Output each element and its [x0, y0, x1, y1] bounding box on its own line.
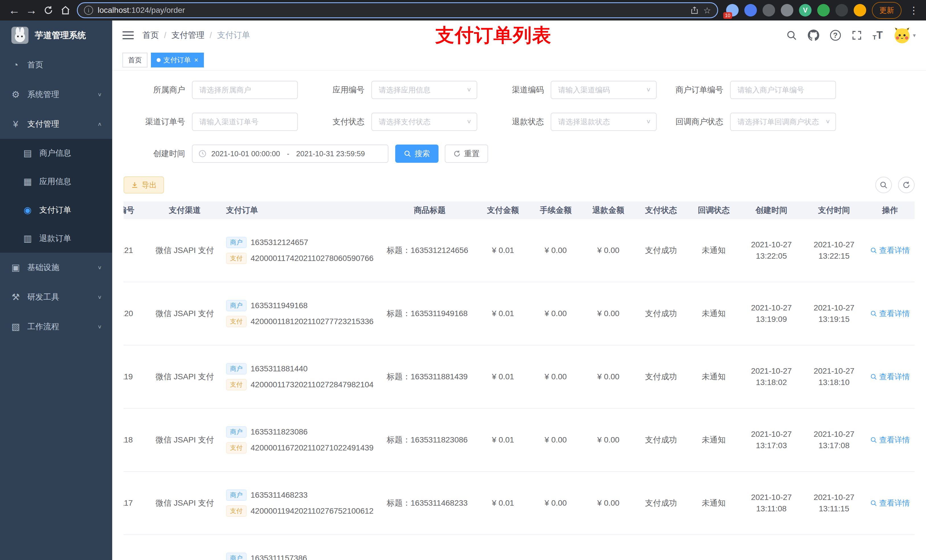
filter-label-notify-status: 回调商户状态 [662, 116, 730, 127]
app-id-select[interactable] [371, 81, 477, 99]
breadcrumb-home[interactable]: 首页 [142, 30, 159, 41]
chevron-down-icon: ∨ [97, 92, 102, 98]
table-header: 编号支付渠道支付订单商品标题支付金额手续金额退款金额支付状态回调状态创建时间支付… [124, 201, 915, 219]
export-button[interactable]: 导出 [124, 177, 164, 193]
gear-icon: ⚙ [10, 89, 21, 100]
browser-forward-button[interactable]: → [23, 2, 40, 19]
channel-code-select[interactable] [551, 81, 657, 99]
breadcrumb-section[interactable]: 支付管理 [171, 30, 204, 41]
extension-colorful-icon[interactable]: 10 [726, 4, 738, 17]
column-header: 回调状态 [687, 205, 740, 216]
search-icon[interactable] [786, 30, 797, 41]
browser-home-button[interactable] [57, 2, 74, 19]
extension-dark-pin-icon[interactable] [835, 4, 848, 17]
extension-green-square-icon[interactable] [817, 4, 830, 17]
app-logo[interactable]: 芋道管理系统 [0, 21, 112, 50]
cell-id: 117 [124, 498, 149, 508]
cell-pay-time: 2021-10-27 13:11:15 [803, 492, 865, 515]
sidebar-item-pay-order[interactable]: ◉ 支付订单 [0, 196, 112, 224]
extension-badge: 10 [723, 12, 732, 19]
create-time-range-picker[interactable]: 2021-10-01 00:00:00 - 2021-10-31 23:59:5… [192, 145, 388, 163]
cell-fee: ¥ 0.00 [530, 309, 582, 318]
download-icon [131, 181, 138, 189]
cell-title: 标题：1635311949168 [383, 308, 477, 319]
cell-create-time: 2021-10-27 13:22:05 [740, 239, 803, 262]
github-icon[interactable] [808, 30, 819, 41]
cell-status: 支付成功 [635, 245, 687, 256]
sidebar-item-workflow[interactable]: ▧ 工作流程 ∨ [0, 312, 112, 341]
view-detail-link[interactable]: 查看详情 [870, 245, 910, 255]
merchant-order-no-input[interactable] [730, 81, 836, 99]
cell-pay-time: 2021-10-27 13:22:15 [803, 239, 865, 262]
merchant-select[interactable] [192, 81, 298, 99]
sidebar-item-pay[interactable]: ¥ 支付管理 ∧ [0, 109, 112, 139]
font-size-icon[interactable]: TT [873, 29, 883, 41]
cell-notify-status: 未通知 [687, 245, 740, 256]
refresh-table-button[interactable] [898, 177, 915, 193]
cell-notify-status: 未通知 [687, 498, 740, 509]
merchant-tag: 商户 [226, 363, 247, 374]
hamburger-menu-icon[interactable] [123, 31, 134, 39]
magnifier-icon [870, 500, 877, 507]
browser-update-button[interactable]: 更新 [872, 2, 902, 19]
magnifier-icon [870, 436, 877, 443]
grid-icon: ▦ [22, 176, 33, 187]
tab-home[interactable]: 首页 [123, 53, 147, 68]
tab-pay-order[interactable]: 支付订单 × [151, 53, 204, 68]
sidebar-item-devtools[interactable]: ⚒ 研发工具 ∨ [0, 282, 112, 312]
browser-back-button[interactable]: ← [6, 2, 23, 19]
sidebar-item-home[interactable]: ◔ 首页 [0, 50, 112, 80]
filter-label-merchant: 所属商户 [124, 85, 192, 95]
column-header: 创建时间 [740, 205, 803, 216]
view-detail-link[interactable]: 查看详情 [870, 371, 910, 382]
refund-status-select[interactable] [551, 113, 657, 131]
table-row: 119 微信 JSAPI 支付 商户1635311881440 支付420000… [124, 346, 915, 409]
date-end: 2021-10-31 23:59:59 [296, 149, 365, 158]
channel-order-no-input[interactable] [192, 113, 298, 131]
share-icon[interactable] [690, 6, 699, 15]
bookmark-star-icon[interactable]: ☆ [703, 5, 711, 15]
view-detail-link[interactable]: 查看详情 [870, 498, 910, 508]
sidebar-item-infra[interactable]: ▣ 基础设施 ∨ [0, 253, 112, 282]
cell-amount: ¥ 0.01 [477, 435, 530, 444]
column-header: 手续金额 [530, 205, 582, 216]
view-detail-link[interactable]: 查看详情 [870, 435, 910, 445]
tags-view-bar: 首页 支付订单 × [112, 50, 926, 71]
user-avatar[interactable]: ▾ [894, 27, 916, 44]
extension-gray-circle-icon[interactable] [781, 4, 793, 17]
toggle-search-button[interactable] [875, 177, 892, 193]
extension-vue-devtools-icon[interactable]: V [799, 4, 811, 17]
merchant-order-no: 1635311881440 [251, 364, 307, 373]
extension-dark-circle-icon[interactable] [763, 4, 775, 17]
cell-pay-order: 商户1635312124657 支付4200001174202110278060… [220, 237, 383, 264]
cell-id: 118 [124, 435, 149, 444]
sidebar-item-system[interactable]: ⚙ 系统管理 ∨ [0, 80, 112, 109]
address-bar[interactable]: i localhost:1024/pay/order ☆ [77, 2, 718, 18]
pay-status-select[interactable] [371, 113, 477, 131]
sidebar-item-refund-order[interactable]: ▥ 退款订单 [0, 224, 112, 253]
site-info-icon[interactable]: i [84, 6, 93, 15]
view-detail-link[interactable]: 查看详情 [870, 308, 910, 319]
close-tab-icon[interactable]: × [194, 56, 198, 64]
reset-button[interactable]: 重置 [445, 145, 488, 163]
help-icon[interactable]: ? [830, 30, 841, 41]
cell-actions: 查看详情 [865, 435, 915, 445]
notify-status-select[interactable] [730, 113, 836, 131]
column-header: 支付订单 [220, 205, 383, 216]
table-row: 120 微信 JSAPI 支付 商户1635311949168 支付420000… [124, 282, 915, 346]
cell-amount: ¥ 0.01 [477, 372, 530, 381]
browser-menu-icon[interactable]: ⋮ [907, 5, 920, 16]
extension-orange-face-icon[interactable] [854, 4, 866, 17]
cell-fee: ¥ 0.00 [530, 498, 582, 508]
fullscreen-icon[interactable] [852, 30, 862, 41]
sidebar-item-app-info[interactable]: ▦ 应用信息 [0, 167, 112, 196]
browser-reload-button[interactable] [40, 2, 57, 19]
cell-title: 标题：1635311881439 [383, 371, 477, 382]
extension-blue-pin-icon[interactable] [744, 4, 757, 17]
cell-amount: ¥ 0.01 [477, 498, 530, 508]
page-title-annotation: 支付订单列表 [436, 23, 552, 48]
cell-channel: 微信 JSAPI 支付 [149, 498, 220, 509]
search-button[interactable]: 搜索 [395, 145, 439, 163]
pay-tag: 支付 [226, 253, 247, 264]
sidebar-item-merchant-info[interactable]: ▤ 商户信息 [0, 139, 112, 167]
